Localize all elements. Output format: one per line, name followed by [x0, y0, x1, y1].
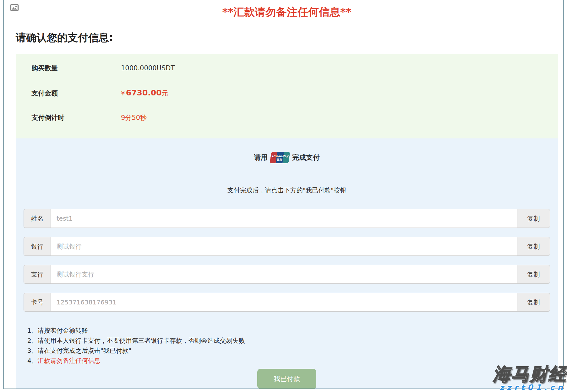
- quantity-label: 购买数量: [31, 64, 121, 72]
- card-number-row: 卡号 复制: [24, 293, 550, 312]
- pay-with-line: 请用 UnionPay 银联 完成支付: [24, 138, 550, 164]
- countdown-label: 支付倒计时: [31, 113, 121, 122]
- i-have-paid-button[interactable]: 我已付款: [257, 369, 316, 389]
- copy-card-number-button[interactable]: 复制: [517, 293, 550, 312]
- branch-row: 支行 复制: [24, 265, 550, 284]
- confirm-button-area: 我已付款: [24, 369, 550, 389]
- payment-notes: 1、请按实付金额转账 2、请使用本人银行卡支付，不要使用第三者银行卡存款，否则会…: [24, 325, 550, 366]
- payment-panel: 请用 UnionPay 银联 完成支付 支付完成后，请点击下方的"我已付款"按钮…: [16, 138, 558, 389]
- payee-name-label: 姓名: [24, 209, 51, 228]
- copy-name-button[interactable]: 复制: [517, 209, 550, 228]
- unionpay-logo-icon: UnionPay 银联: [269, 152, 290, 164]
- card-number-label: 卡号: [24, 293, 51, 312]
- card-number-input[interactable]: [51, 293, 517, 312]
- branch-label: 支行: [24, 265, 51, 284]
- remit-warning-title: **汇款请勿备注任何信息**: [16, 5, 558, 19]
- payee-name-row: 姓名 复制: [24, 209, 550, 228]
- note-3: 3、请在支付完成之后点击"我已付款": [27, 346, 550, 356]
- pay-with-suffix: 完成支付: [292, 153, 320, 162]
- payee-name-input[interactable]: [51, 209, 517, 228]
- unionpay-logo-text: UnionPay 银联: [270, 155, 290, 161]
- amount-row: 支付金额 ¥ 6730.00 元: [16, 88, 558, 98]
- amount-value: 6730.00: [126, 88, 162, 97]
- payment-page: **汇款请勿备注任何信息** 请确认您的支付信息: 购买数量 1000.0000…: [3, 0, 564, 389]
- page-title: 请确认您的支付信息:: [16, 31, 558, 45]
- quantity-row: 购买数量 1000.0000USDT: [16, 64, 558, 72]
- amount-unit: 元: [162, 89, 168, 98]
- payment-hint: 支付完成后，请点击下方的"我已付款"按钮: [24, 186, 550, 195]
- copy-bank-button[interactable]: 复制: [517, 237, 550, 256]
- note-2: 2、请使用本人银行卡支付，不要使用第三者银行卡存款，否则会造成交易失败: [27, 336, 550, 346]
- countdown-row: 支付倒计时 9分50秒: [16, 113, 558, 122]
- order-summary-box: 购买数量 1000.0000USDT 支付金额 ¥ 6730.00 元 支付倒计…: [16, 54, 558, 138]
- broken-image-icon: [10, 3, 19, 12]
- note-4: 4、汇款请勿备注任何信息: [27, 356, 550, 366]
- amount-label: 支付金额: [31, 89, 121, 98]
- note-1: 1、请按实付金额转账: [27, 325, 550, 336]
- quantity-value: 1000.0000USDT: [121, 64, 175, 72]
- copy-branch-button[interactable]: 复制: [517, 265, 550, 284]
- bank-label: 银行: [24, 237, 51, 256]
- bank-input[interactable]: [51, 237, 517, 256]
- pay-with-prefix: 请用: [254, 153, 268, 162]
- countdown-value: 9分50秒: [121, 113, 147, 122]
- amount-currency-symbol: ¥: [121, 89, 125, 97]
- bank-row: 银行 复制: [24, 237, 550, 256]
- branch-input[interactable]: [51, 265, 517, 284]
- bank-fields: 姓名 复制 银行 复制 支行 复制 卡号 复制: [24, 209, 550, 312]
